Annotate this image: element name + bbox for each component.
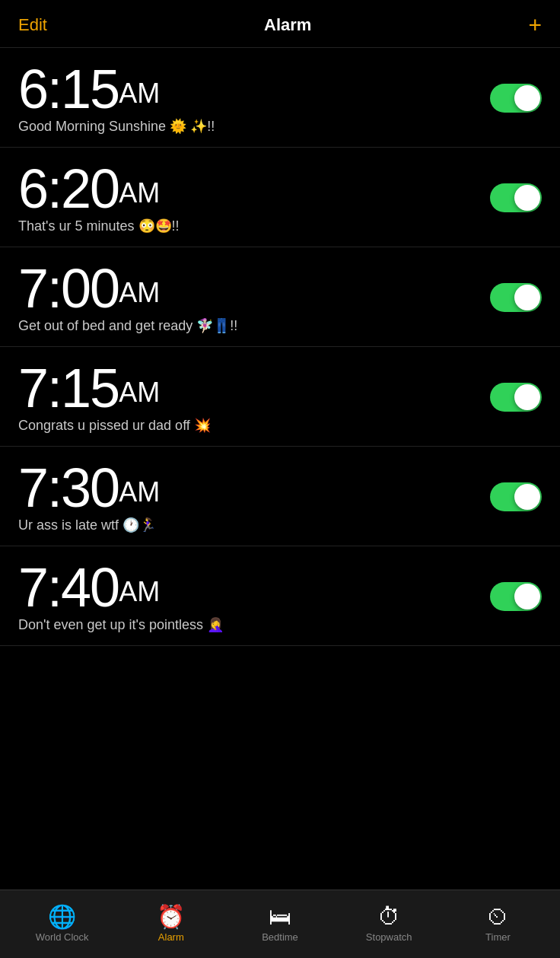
- alarm-label: Congrats u pissed ur dad off 💥: [18, 417, 211, 434]
- alarm-label: Good Morning Sunshine 🌞 ✨!!: [18, 118, 215, 135]
- alarm-info: 6:15AM Good Morning Sunshine 🌞 ✨!!: [18, 62, 215, 135]
- alarm-toggle[interactable]: [490, 383, 542, 412]
- tab-icon-bedtime: 🛏: [269, 905, 291, 928]
- tab-label-stopwatch: Stopwatch: [366, 931, 412, 943]
- alarm-label: Get out of bed and get ready 🧚🏻‍♀️👖!!: [18, 317, 237, 334]
- toggle-knob: [514, 384, 540, 410]
- alarm-item[interactable]: 6:20AM That's ur 5 minutes 😳🤩!!: [0, 148, 560, 247]
- alarm-item[interactable]: 7:00AM Get out of bed and get ready 🧚🏻‍♀…: [0, 247, 560, 347]
- tab-icon-timer: ⏲: [486, 905, 509, 928]
- tab-label-alarm: Alarm: [158, 931, 184, 943]
- tab-bar: 🌐 World Clock ⏰ Alarm 🛏 Bedtime ⏱ Stopwa…: [0, 890, 560, 958]
- header: Edit Alarm +: [0, 0, 560, 48]
- alarm-item[interactable]: 7:40AM Don't even get up it's pointless …: [0, 546, 560, 646]
- alarm-item[interactable]: 7:15AM Congrats u pissed ur dad off 💥: [0, 347, 560, 447]
- alarm-toggle[interactable]: [490, 582, 542, 611]
- alarm-info: 7:40AM Don't even get up it's pointless …: [18, 560, 224, 633]
- alarm-ampm: AM: [119, 177, 160, 208]
- alarm-time: 6:15AM: [18, 62, 215, 116]
- tab-alarm[interactable]: ⏰ Alarm: [116, 905, 225, 943]
- alarm-ampm: AM: [119, 277, 160, 308]
- alarm-label: Ur ass is late wtf 🕐🏃‍♀️: [18, 517, 160, 533]
- tab-icon-alarm: ⏰: [157, 905, 185, 928]
- alarm-toggle[interactable]: [490, 84, 542, 113]
- alarm-ampm: AM: [119, 476, 160, 508]
- add-alarm-button[interactable]: +: [528, 14, 542, 37]
- alarm-time: 7:00AM: [18, 261, 237, 316]
- tab-icon-stopwatch: ⏱: [377, 905, 400, 928]
- tab-label-bedtime: Bedtime: [262, 931, 298, 943]
- toggle-knob: [514, 584, 540, 609]
- edit-button[interactable]: Edit: [18, 15, 47, 35]
- tab-bedtime[interactable]: 🛏 Bedtime: [225, 905, 334, 943]
- alarm-label: That's ur 5 minutes 😳🤩!!: [18, 218, 180, 234]
- page-title: Alarm: [264, 15, 311, 35]
- tab-world-clock[interactable]: 🌐 World Clock: [8, 905, 116, 943]
- alarm-time: 7:15AM: [18, 361, 211, 415]
- alarm-label: Don't even get up it's pointless 🤦‍♀️: [18, 616, 224, 633]
- alarm-time: 6:20AM: [18, 161, 180, 216]
- toggle-knob: [514, 285, 540, 310]
- tab-timer[interactable]: ⏲ Timer: [444, 905, 552, 943]
- toggle-knob: [514, 484, 540, 510]
- toggle-knob: [514, 185, 540, 211]
- alarm-time: 7:40AM: [18, 560, 224, 615]
- alarm-info: 7:15AM Congrats u pissed ur dad off 💥: [18, 361, 211, 434]
- toggle-knob: [514, 85, 540, 111]
- alarm-ampm: AM: [119, 377, 160, 408]
- alarm-item[interactable]: 6:15AM Good Morning Sunshine 🌞 ✨!!: [0, 48, 560, 148]
- alarm-ampm: AM: [119, 78, 160, 109]
- alarm-info: 7:30AM Ur ass is late wtf 🕐🏃‍♀️: [18, 460, 160, 533]
- alarm-toggle[interactable]: [490, 183, 542, 212]
- alarm-info: 6:20AM That's ur 5 minutes 😳🤩!!: [18, 161, 180, 234]
- tab-label-timer: Timer: [485, 931, 511, 943]
- alarm-toggle[interactable]: [490, 283, 542, 312]
- alarm-item[interactable]: 7:30AM Ur ass is late wtf 🕐🏃‍♀️: [0, 447, 560, 546]
- tab-label-world-clock: World Clock: [36, 931, 89, 943]
- alarm-ampm: AM: [119, 576, 160, 607]
- alarm-time: 7:30AM: [18, 460, 160, 515]
- alarm-list: 6:15AM Good Morning Sunshine 🌞 ✨!! 6:20A…: [0, 48, 560, 718]
- tab-icon-world-clock: 🌐: [48, 905, 76, 928]
- tab-stopwatch[interactable]: ⏱ Stopwatch: [335, 905, 444, 943]
- alarm-toggle[interactable]: [490, 482, 542, 511]
- alarm-info: 7:00AM Get out of bed and get ready 🧚🏻‍♀…: [18, 261, 237, 334]
